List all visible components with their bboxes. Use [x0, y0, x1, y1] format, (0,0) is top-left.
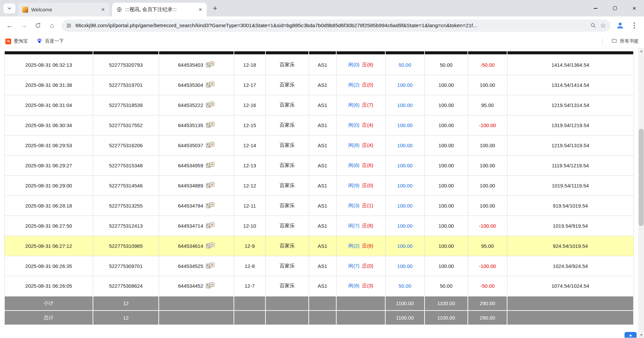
- summary-valid-total: 1100.00: [425, 296, 468, 311]
- address-bar[interactable]: 66cxkj98.com/ipl/portal.php/game/betreco…: [62, 19, 610, 32]
- tab-search-button[interactable]: [3, 3, 15, 13]
- banker-bet: 庄(0): [362, 263, 373, 269]
- home-button[interactable]: ⌂: [45, 18, 59, 33]
- cell-bet-time: 2025-08-31 06:29:53: [4, 135, 93, 155]
- dice-icon[interactable]: [206, 282, 215, 290]
- header-cell: [4, 51, 93, 55]
- all-bookmarks-button[interactable]: 所有书签: [611, 38, 639, 45]
- zoom-icon[interactable]: [590, 22, 596, 29]
- dice-icon[interactable]: [206, 121, 215, 129]
- cell-balance: 1219.54/1314.54: [507, 95, 634, 115]
- summary-empty: [159, 296, 234, 311]
- player-bet: 闲(0): [348, 122, 359, 128]
- summary-label: 小计: [4, 296, 93, 311]
- summary-winloss-total: 290.00: [468, 311, 507, 325]
- cell-win-loss: 100.00: [468, 175, 507, 195]
- tab-close-icon[interactable]: ×: [197, 6, 204, 13]
- cell-bet-detail: 闲(8)庄(6): [336, 155, 385, 175]
- cell-game-type: 百家乐: [265, 155, 309, 175]
- maximize-button[interactable]: [605, 0, 625, 16]
- dice-icon[interactable]: [206, 81, 215, 89]
- cell-valid-amount: 50.00: [425, 276, 468, 296]
- cell-table-name: AS1: [309, 175, 336, 195]
- cell-bet-time: 2025-08-31 06:31:04: [4, 95, 93, 115]
- player-bet: 闲(2): [348, 243, 359, 248]
- minimize-button[interactable]: [586, 0, 605, 16]
- dice-icon[interactable]: [206, 242, 215, 250]
- cell-win-loss: -100.00: [468, 256, 507, 276]
- cell-round: 12-15: [234, 115, 265, 135]
- bet-record-table: 2025-08-31 06:32:13 522775320793 6445354…: [4, 51, 634, 325]
- profile-avatar-button[interactable]: [613, 18, 627, 33]
- scroll-down-button[interactable]: [638, 332, 644, 338]
- summary-bet-total: 1100.00: [385, 296, 425, 311]
- cell-game-number: 644534614: [159, 236, 234, 256]
- cell-balance: 1019.54/1119.54: [507, 175, 634, 195]
- cell-game-number: 644534784: [159, 195, 234, 216]
- menu-button[interactable]: [627, 18, 641, 33]
- globe-icon: [116, 7, 122, 13]
- cell-game-type: 百家乐: [265, 175, 309, 195]
- cell-valid-amount: 100.00: [425, 256, 468, 276]
- summary-empty: [234, 296, 265, 311]
- site-settings-icon[interactable]: [66, 23, 72, 29]
- player-bet: 闲(3): [348, 203, 359, 208]
- player-bet: 闲(8): [348, 162, 359, 168]
- vertical-scrollbar[interactable]: [638, 48, 644, 338]
- dice-icon[interactable]: [206, 162, 215, 169]
- banker-bet: 庄(6): [362, 243, 373, 248]
- cell-order-number: 522775309701: [93, 256, 159, 276]
- banker-bet: 庄(8): [362, 223, 373, 228]
- new-tab-button[interactable]: +: [210, 3, 220, 13]
- bookmark-item-taobao[interactable]: 淘 爱淘宝: [5, 38, 28, 44]
- folder-icon: [611, 38, 617, 45]
- cell-game-type: 百家乐: [265, 216, 309, 236]
- table-row: 2025-08-31 06:27:50 522775312413 6445347…: [4, 216, 634, 236]
- avatar-icon: [616, 21, 625, 30]
- dice-icon[interactable]: [206, 262, 215, 270]
- dice-icon[interactable]: [206, 142, 215, 149]
- dice-icon[interactable]: [206, 222, 215, 230]
- tab-close-icon[interactable]: ×: [99, 6, 107, 13]
- scroll-up-button[interactable]: [638, 48, 644, 54]
- baidu-paw-icon: [37, 38, 42, 45]
- tab-betrecord[interactable]: :::视讯, 会员下注纪录::: ×: [112, 3, 207, 16]
- cell-order-number: 522775319701: [93, 75, 159, 95]
- back-to-top-button[interactable]: [625, 332, 637, 338]
- game-number-text: 644535403: [178, 62, 203, 68]
- game-number-text: 644534714: [178, 223, 203, 229]
- cell-bet-amount: 100.00: [385, 95, 425, 115]
- back-button[interactable]: ←: [3, 18, 17, 33]
- cell-table-name: AS1: [309, 256, 336, 276]
- tab-welcome[interactable]: Welcome ×: [18, 3, 109, 16]
- cell-order-number: 522775314546: [93, 175, 159, 195]
- cell-balance: 1319.54/1219.54: [507, 115, 634, 135]
- cell-order-number: 522775318539: [93, 95, 159, 115]
- dice-icon[interactable]: [206, 101, 215, 109]
- cell-table-name: AS1: [309, 216, 336, 236]
- summary-valid-total: 1100.00: [425, 311, 468, 325]
- cell-game-type: 百家乐: [265, 256, 309, 276]
- forward-button[interactable]: →: [17, 18, 31, 33]
- game-number-text: 644534959: [178, 163, 203, 168]
- header-cell: [336, 51, 385, 55]
- dice-icon[interactable]: [206, 61, 215, 69]
- reload-button[interactable]: [31, 18, 45, 33]
- dice-icon[interactable]: [206, 182, 215, 189]
- chevron-down-icon: [7, 6, 12, 11]
- cell-game-type: 百家乐: [265, 115, 309, 135]
- table-row: 2025-08-31 06:32:13 522775320793 6445354…: [4, 55, 634, 75]
- summary-empty: [265, 296, 309, 311]
- close-window-button[interactable]: ×: [625, 0, 644, 16]
- dice-icon[interactable]: [206, 202, 215, 210]
- cell-win-loss: -50.00: [468, 276, 507, 296]
- cell-bet-time: 2025-08-31 06:31:38: [4, 75, 93, 95]
- cell-order-number: 522775308624: [93, 276, 159, 296]
- cell-bet-time: 2025-08-31 06:32:13: [4, 55, 93, 75]
- scrollbar-thumb[interactable]: [639, 129, 644, 226]
- all-bookmarks-label: 所有书签: [620, 38, 639, 44]
- cell-win-loss: -100.00: [468, 115, 507, 135]
- bookmark-item-baidu[interactable]: 百度一下: [37, 38, 64, 45]
- bet-table-body: 2025-08-31 06:32:13 522775320793 6445354…: [4, 55, 634, 296]
- bookmark-star-icon[interactable]: ☆: [600, 22, 606, 29]
